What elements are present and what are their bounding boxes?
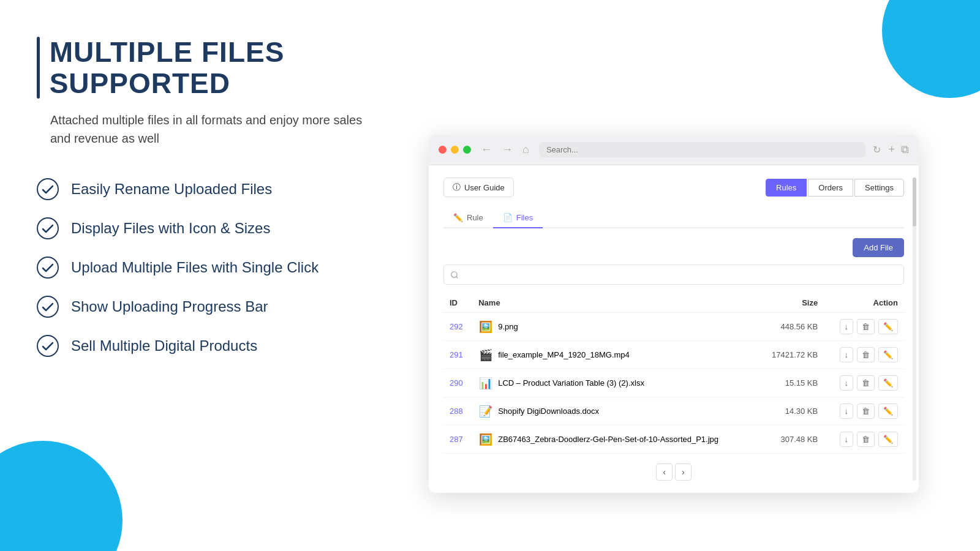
- file-size: 307.48 KB: [758, 425, 824, 454]
- file-id: 292: [443, 313, 472, 341]
- dot-red[interactable]: [439, 146, 447, 154]
- svg-point-1: [37, 218, 58, 239]
- col-action: Action: [824, 293, 904, 313]
- table-row: 287 🖼️ ZB67463_Zebra-Doodlerz-Gel-Pen-Se…: [443, 425, 904, 454]
- user-guide-button[interactable]: ⓘ User Guide: [443, 178, 514, 197]
- table-row: 292 🖼️ 9.png 448.56 KB ↓ 🗑 ✏️: [443, 313, 904, 341]
- browser-toolbar: ← → ⌂ ↻ + ⧉: [429, 135, 919, 165]
- edit-button[interactable]: ✏️: [878, 375, 898, 391]
- back-button[interactable]: ←: [478, 142, 494, 157]
- browser-nav: ← → ⌂: [478, 142, 532, 157]
- edit-button[interactable]: ✏️: [878, 403, 898, 419]
- file-name-label: LCD – Product Variation Table (3) (2).xl…: [498, 378, 644, 388]
- file-type-icon: 📝: [478, 405, 493, 418]
- table-row: 291 🎬 file_example_MP4_1920_18MG.mp4 174…: [443, 341, 904, 369]
- file-id: 290: [443, 369, 472, 397]
- settings-button[interactable]: Settings: [854, 179, 904, 197]
- browser-search-input[interactable]: [539, 142, 866, 157]
- download-button[interactable]: ↓: [840, 347, 854, 362]
- delete-button[interactable]: 🗑: [857, 403, 875, 419]
- browser-dots: [439, 146, 471, 154]
- file-name: 🖼️ 9.png: [472, 313, 758, 341]
- download-button[interactable]: ↓: [840, 432, 854, 447]
- orders-button[interactable]: Orders: [808, 179, 853, 197]
- heading-block: MULTIPLE FILES SUPPORTED: [37, 37, 380, 99]
- feature-label: Display Files with Icon & Sizes: [71, 220, 270, 237]
- list-item: Sell Multiple Digital Products: [37, 335, 380, 357]
- deco-top-right: [882, 0, 980, 98]
- app-nav: ⓘ User Guide Rules Orders Settings: [443, 178, 904, 197]
- file-id: 288: [443, 397, 472, 425]
- pagination: ‹ ›: [443, 463, 904, 481]
- list-item: Display Files with Icon & Sizes: [37, 217, 380, 239]
- col-size: Size: [758, 293, 824, 313]
- browser-window: ← → ⌂ ↻ + ⧉ ⓘ User Guide Rules Orders: [429, 135, 919, 493]
- list-item: Show Uploading Progress Bar: [37, 296, 380, 318]
- rules-button[interactable]: Rules: [766, 179, 807, 197]
- svg-point-3: [37, 296, 58, 317]
- edit-button[interactable]: ✏️: [878, 432, 898, 447]
- prev-page-button[interactable]: ‹: [656, 463, 673, 481]
- download-button[interactable]: ↓: [840, 319, 854, 334]
- scrollbar-thumb[interactable]: [913, 178, 916, 227]
- add-file-button[interactable]: Add File: [853, 238, 904, 257]
- svg-point-4: [37, 335, 58, 356]
- file-size: 448.56 KB: [758, 313, 824, 341]
- file-id: 291: [443, 341, 472, 369]
- copy-icon[interactable]: ⧉: [901, 143, 909, 156]
- tab-files[interactable]: 📄 Files: [493, 208, 543, 228]
- check-icon: [37, 217, 59, 239]
- dot-yellow[interactable]: [451, 146, 459, 154]
- right-panel: ← → ⌂ ↻ + ⧉ ⓘ User Guide Rules Orders: [429, 135, 919, 493]
- info-icon: ⓘ: [453, 182, 461, 193]
- action-cell: ↓ 🗑 ✏️: [824, 425, 904, 454]
- file-search-input[interactable]: [443, 264, 904, 285]
- feature-label: Show Uploading Progress Bar: [71, 298, 268, 315]
- feature-label: Upload Multiple Files with Single Click: [71, 259, 318, 276]
- left-panel: MULTIPLE FILES SUPPORTED Attached multip…: [37, 37, 380, 374]
- feature-label: Easily Rename Uploaded Files: [71, 181, 272, 198]
- delete-button[interactable]: 🗑: [857, 347, 875, 362]
- scrollbar-track[interactable]: [913, 178, 916, 481]
- action-cell: ↓ 🗑 ✏️: [824, 369, 904, 397]
- file-type-icon: 📊: [478, 377, 493, 390]
- nav-buttons: Rules Orders Settings: [766, 179, 904, 197]
- tab-rule[interactable]: ✏️ Rule: [443, 208, 493, 228]
- action-cell: ↓ 🗑 ✏️: [824, 397, 904, 425]
- download-button[interactable]: ↓: [840, 403, 854, 419]
- user-guide-label: User Guide: [464, 183, 505, 192]
- file-name: 🎬 file_example_MP4_1920_18MG.mp4: [472, 341, 758, 369]
- feature-label: Sell Multiple Digital Products: [71, 337, 257, 354]
- files-table: ID Name Size Action 292 🖼️ 9.png 448.56 …: [443, 293, 904, 454]
- check-icon: [37, 335, 59, 357]
- svg-point-0: [37, 179, 58, 200]
- col-name: Name: [472, 293, 758, 313]
- file-name: 🖼️ ZB67463_Zebra-Doodlerz-Gel-Pen-Set-of…: [472, 425, 758, 454]
- action-cell: ↓ 🗑 ✏️: [824, 341, 904, 369]
- download-button[interactable]: ↓: [840, 375, 854, 391]
- deco-bottom-left: [0, 441, 123, 551]
- home-button[interactable]: ⌂: [520, 142, 532, 157]
- reload-icon[interactable]: ↻: [873, 144, 881, 156]
- file-name-label: file_example_MP4_1920_18MG.mp4: [498, 350, 630, 359]
- next-page-button[interactable]: ›: [675, 463, 692, 481]
- file-name-label: 9.png: [498, 322, 518, 331]
- forward-button[interactable]: →: [499, 142, 515, 157]
- subtitle: Attached multiple files in all formats a…: [50, 111, 380, 148]
- dot-green[interactable]: [463, 146, 471, 154]
- file-type-icon: 🎬: [478, 348, 493, 362]
- table-row: 288 📝 Shopify DigiDownloads.docx 14.30 K…: [443, 397, 904, 425]
- delete-button[interactable]: 🗑: [857, 319, 875, 334]
- file-id: 287: [443, 425, 472, 454]
- delete-button[interactable]: 🗑: [857, 432, 875, 447]
- plus-icon[interactable]: +: [888, 143, 895, 156]
- file-name-label: Shopify DigiDownloads.docx: [498, 407, 599, 416]
- check-icon: [37, 257, 59, 279]
- delete-button[interactable]: 🗑: [857, 375, 875, 391]
- heading-bar: [37, 37, 40, 99]
- edit-button[interactable]: ✏️: [878, 347, 898, 362]
- action-cell: ↓ 🗑 ✏️: [824, 313, 904, 341]
- search-row: [443, 264, 904, 285]
- edit-button[interactable]: ✏️: [878, 319, 898, 334]
- file-name: 📝 Shopify DigiDownloads.docx: [472, 397, 758, 425]
